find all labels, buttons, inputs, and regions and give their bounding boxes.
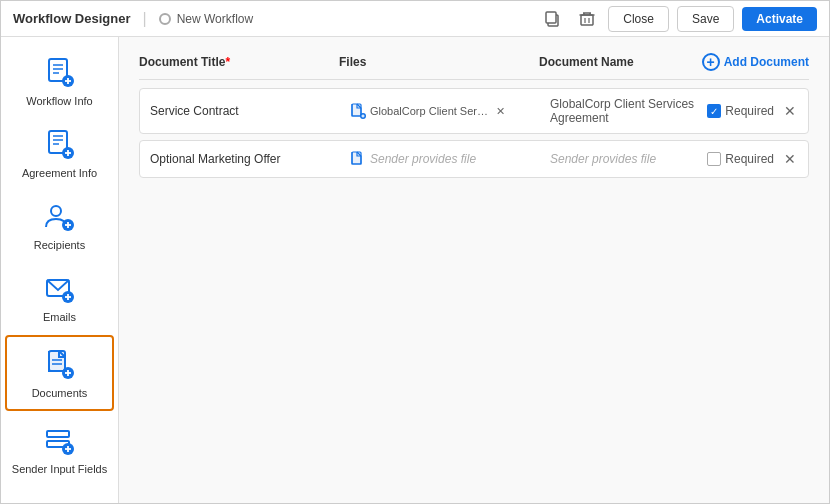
top-bar-actions: Close Save Activate [540,6,817,32]
workflow-info-icon [42,55,78,91]
doc-files-cell: Sender provides file [350,151,550,167]
required-checkbox[interactable]: ✓ [707,104,721,118]
add-document-button[interactable]: + Add Document [702,53,809,71]
documents-header: Document Title* Files Document Name + Ad… [139,53,809,80]
sidebar-item-documents[interactable]: Documents [5,335,114,411]
file-icon [350,103,366,119]
sidebar-item-emails-label: Emails [43,311,76,323]
remove-row-button[interactable]: ✕ [782,101,798,121]
svg-point-23 [51,206,61,216]
required-checkbox[interactable] [707,152,721,166]
doc-name-cell: GlobalCorp Client Services Agreement [550,97,707,125]
svg-rect-2 [581,15,593,25]
required-label: Required [725,152,774,166]
file-placeholder: Sender provides file [370,152,476,166]
trash-icon [578,10,596,28]
sidebar-item-emails[interactable]: Emails [1,261,118,333]
sidebar-item-sender-input-fields[interactable]: Sender Input Fields [1,413,118,485]
new-workflow-label: New Workflow [177,12,253,26]
top-bar: Workflow Designer | New Workflow [1,1,829,37]
column-doc-name: Document Name [539,55,702,69]
agreement-info-icon [42,127,78,163]
documents-icon [42,347,78,383]
doc-name-cell: Sender provides file [550,152,707,166]
sidebar-item-documents-label: Documents [32,387,88,399]
doc-title-cell: Optional Marketing Offer [150,152,350,166]
copy-icon-button[interactable] [540,6,566,32]
copy-icon [544,10,562,28]
emails-icon [42,271,78,307]
sidebar-item-agreement-info[interactable]: Agreement Info [1,117,118,189]
required-label: Required [725,104,774,118]
table-row: Optional Marketing Offer Sender provides… [139,140,809,178]
column-files: Files [339,55,539,69]
required-cell: ✓ Required [707,104,774,118]
svg-rect-37 [47,431,69,437]
sidebar-item-workflow-info-label: Workflow Info [26,95,92,107]
doc-title-cell: Service Contract [150,104,350,118]
sidebar: Workflow Info Agreement Info [1,37,119,503]
required-asterisk: * [225,55,230,69]
sidebar-item-workflow-info[interactable]: Workflow Info [1,45,118,117]
add-document-label: Add Document [724,55,809,69]
file-name-cell: GlobalCorp Client Servic... [370,105,490,117]
doc-files-cell: GlobalCorp Client Servic... ✕ [350,103,550,119]
sidebar-item-recipients-label: Recipients [34,239,85,251]
app-title: Workflow Designer [13,11,131,26]
activate-button[interactable]: Activate [742,7,817,31]
file-icon [350,151,366,167]
delete-icon-button[interactable] [574,6,600,32]
new-workflow-indicator: New Workflow [159,12,253,26]
table-row: Service Contract GlobalCorp Client Servi… [139,88,809,134]
column-doc-title: Document Title* [139,55,339,69]
required-cell: Required [707,152,774,166]
sidebar-item-recipients[interactable]: Recipients [1,189,118,261]
add-doc-plus-icon: + [702,53,720,71]
sidebar-item-agreement-info-label: Agreement Info [22,167,97,179]
remove-row-button[interactable]: ✕ [782,149,798,169]
recipients-icon [42,199,78,235]
close-button[interactable]: Close [608,6,669,32]
separator: | [143,10,147,28]
radio-icon [159,13,171,25]
content-area: Document Title* Files Document Name + Ad… [119,37,829,503]
main-layout: Workflow Info Agreement Info [1,37,829,503]
sidebar-item-sender-input-fields-label: Sender Input Fields [12,463,107,475]
save-button[interactable]: Save [677,6,734,32]
sender-input-fields-icon [42,423,78,459]
file-clear-button[interactable]: ✕ [494,105,507,118]
svg-rect-1 [546,12,556,23]
